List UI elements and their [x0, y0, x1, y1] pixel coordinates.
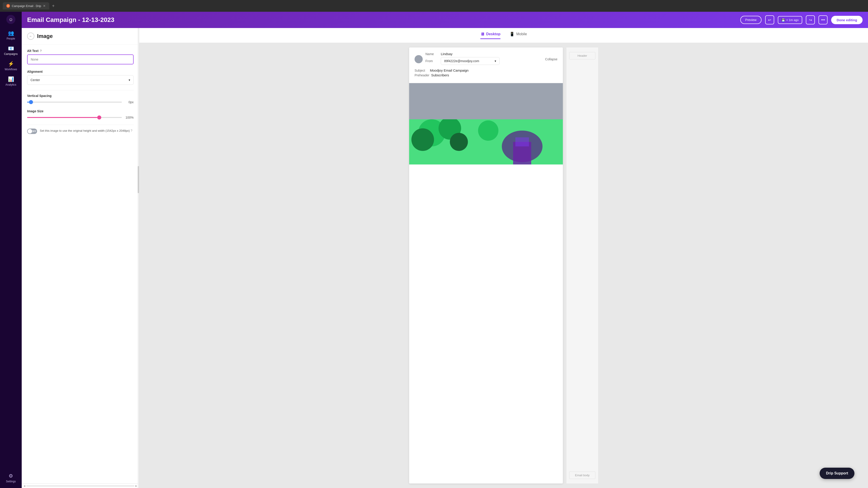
- email-body-label: Email body: [569, 471, 595, 479]
- right-labels: Header Email body: [566, 47, 598, 484]
- drip-support-button[interactable]: Drip Support: [819, 468, 855, 479]
- image-size-section: Image Size 100%: [27, 109, 133, 119]
- image-size-fill: [27, 117, 97, 118]
- from-value: 89f4222e@moodjoy.com: [444, 59, 479, 63]
- new-tab-button[interactable]: +: [52, 3, 55, 8]
- scroll-right-icon[interactable]: ▶: [135, 485, 137, 487]
- sidebar-item-workflows[interactable]: ⚡ Workflows: [2, 59, 20, 73]
- panel-header: ← Image: [22, 28, 139, 44]
- email-header-section: Name Lindsay From 89f4222e@moodjoy.com ▾: [409, 47, 563, 83]
- sidebar-item-label-analytics: Analytics: [5, 83, 16, 86]
- alignment-chevron-icon: ▾: [129, 78, 130, 82]
- more-button[interactable]: •••: [818, 15, 828, 24]
- tab-title: Campaign Email · Drip: [12, 4, 41, 8]
- sidebar: ☺ 👥 People 📧 Campaigns ⚡ Workflows 📊 Ana…: [0, 12, 22, 488]
- toggle-row: OFF Set this image to use the original h…: [27, 129, 133, 134]
- sidebar-logo[interactable]: ☺: [6, 14, 16, 24]
- redo-button[interactable]: ↪: [806, 15, 815, 24]
- preview-button[interactable]: Preview: [740, 16, 762, 24]
- save-button[interactable]: 💾 < 1m ago: [778, 16, 802, 24]
- back-icon: ←: [29, 34, 32, 38]
- settings-icon: ⚙: [8, 473, 13, 479]
- alignment-label: Alignment: [27, 70, 133, 73]
- preview-content: Name Lindsay From 89f4222e@moodjoy.com ▾: [139, 43, 868, 488]
- people-icon: 👥: [8, 30, 14, 36]
- toggle-help-icon[interactable]: ?: [131, 129, 132, 132]
- svg-point-8: [450, 133, 468, 151]
- drip-logo-icon: ☺: [6, 15, 16, 24]
- toggle-description: Set this image to use the original heigh…: [40, 129, 132, 133]
- main-content: Email Campaign - 12-13-2023 Preview ↩ 💾 …: [22, 12, 868, 488]
- browser-chrome: D Campaign Email · Drip ✕ +: [0, 0, 868, 12]
- h-scrollbar-track[interactable]: [26, 486, 134, 486]
- alt-text-label: Alt Text: [27, 49, 38, 53]
- email-meta-fields: Name Lindsay From 89f4222e@moodjoy.com ▾: [426, 52, 542, 66]
- email-avatar: [414, 55, 423, 63]
- header-label: Header: [569, 52, 595, 59]
- vertical-spacing-fill: [27, 102, 29, 103]
- workflows-icon: ⚡: [8, 61, 14, 67]
- mobile-tab-label: Mobile: [516, 32, 527, 36]
- tab-close-icon[interactable]: ✕: [43, 4, 46, 8]
- analytics-icon: 📊: [8, 76, 14, 82]
- desktop-icon: 🖥: [480, 32, 485, 37]
- svg-point-7: [478, 121, 498, 141]
- sidebar-item-analytics[interactable]: 📊 Analytics: [2, 74, 20, 89]
- horizontal-scrollbar: ◀ ▶: [22, 484, 139, 488]
- alignment-section: Alignment Center ▾: [27, 70, 133, 85]
- more-icon: •••: [821, 18, 825, 22]
- vertical-spacing-thumb[interactable]: [29, 100, 33, 104]
- preview-tabs: 🖥 Desktop 📱 Mobile: [139, 28, 868, 43]
- done-editing-button[interactable]: Done editing: [831, 16, 863, 24]
- preview-area: 🖥 Desktop 📱 Mobile: [139, 28, 868, 488]
- tab-favicon: D: [6, 4, 10, 8]
- scroll-left-icon[interactable]: ◀: [24, 485, 25, 487]
- vertical-spacing-track[interactable]: [27, 102, 122, 103]
- subject-label: Subject: [414, 69, 428, 72]
- panel-body: Alt Text ? Alignment Center ▾: [22, 44, 139, 484]
- from-label: From: [426, 59, 439, 63]
- subject-value: Moodjoy Email Campaign: [430, 68, 469, 72]
- sidebar-item-settings[interactable]: ⚙ Settings: [2, 471, 20, 485]
- undo-icon: ↩: [768, 18, 771, 22]
- save-icon: 💾: [781, 18, 785, 22]
- left-panel: ← Image Alt Text ?: [22, 28, 139, 488]
- undo-button[interactable]: ↩: [765, 15, 774, 24]
- subject-row: Subject Moodjoy Email Campaign: [414, 68, 557, 72]
- original-size-toggle[interactable]: OFF: [27, 129, 37, 134]
- vertical-spacing-slider-row: 0px: [27, 100, 133, 104]
- save-label: < 1m ago: [786, 18, 799, 22]
- sidebar-item-label-settings: Settings: [6, 480, 16, 483]
- editor-layout: ← Image Alt Text ?: [22, 28, 868, 488]
- divider-2: [27, 125, 133, 125]
- browser-tab[interactable]: D Campaign Email · Drip ✕: [3, 2, 49, 9]
- alignment-select[interactable]: Center ▾: [27, 75, 133, 85]
- vertical-scrollbar[interactable]: [138, 28, 139, 488]
- nature-svg: [409, 119, 563, 164]
- collapse-button[interactable]: Collapse: [545, 57, 557, 61]
- alt-text-section: Alt Text ?: [27, 49, 133, 64]
- alt-text-input[interactable]: [27, 55, 133, 64]
- alt-text-help-icon[interactable]: ?: [40, 49, 42, 53]
- tab-mobile[interactable]: 📱 Mobile: [509, 32, 527, 39]
- sidebar-item-label-campaigns: Campaigns: [4, 53, 18, 56]
- image-size-value: 100%: [125, 116, 133, 119]
- back-button[interactable]: ←: [27, 33, 34, 40]
- image-size-track[interactable]: [27, 117, 122, 118]
- vertical-spacing-value: 0px: [125, 100, 133, 104]
- app-header: Email Campaign - 12-13-2023 Preview ↩ 💾 …: [22, 12, 868, 28]
- from-select[interactable]: 89f4222e@moodjoy.com ▾: [441, 57, 500, 65]
- app-container: ☺ 👥 People 📧 Campaigns ⚡ Workflows 📊 Ana…: [0, 12, 868, 488]
- tab-desktop[interactable]: 🖥 Desktop: [480, 32, 500, 39]
- sidebar-item-campaigns[interactable]: 📧 Campaigns: [2, 43, 20, 58]
- image-size-thumb[interactable]: [97, 116, 101, 120]
- vertical-spacing-label: Vertical Spacing: [27, 94, 133, 98]
- sidebar-item-people[interactable]: 👥 People: [2, 28, 20, 42]
- from-row: From 89f4222e@moodjoy.com ▾: [426, 57, 542, 65]
- mobile-icon: 📱: [509, 32, 515, 37]
- vertical-spacing-section: Vertical Spacing 0px: [27, 94, 133, 104]
- image-size-slider-row: 100%: [27, 116, 133, 119]
- name-row: Name Lindsay: [426, 52, 542, 56]
- scrollbar-thumb[interactable]: [138, 166, 139, 193]
- desktop-tab-label: Desktop: [486, 32, 500, 36]
